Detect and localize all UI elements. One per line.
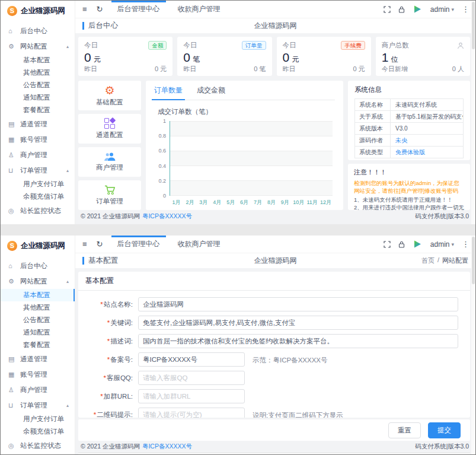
sidebar-item-basic-config[interactable]: 基本配置 — [1, 54, 75, 66]
fullscreen-icon[interactable] — [384, 6, 391, 13]
service-qq-input[interactable] — [138, 371, 245, 385]
chevron-up-icon: ▴ — [66, 279, 69, 284]
avatar[interactable] — [413, 239, 423, 249]
quick-basic-config[interactable]: ⚙ 基础配置 — [78, 81, 141, 110]
sidebar-item-balance-recharge-orders[interactable]: 余额充值订单 — [1, 190, 75, 203]
icp-link[interactable]: 粤ICP备XXXXX号 — [142, 443, 192, 450]
sidebar-item-basic-config[interactable]: 基本配置 — [1, 289, 75, 301]
icp-number-input[interactable] — [138, 352, 245, 367]
edition-link[interactable]: 免费体验版 — [391, 147, 463, 158]
stat-foot-value: 0 人 — [452, 65, 464, 74]
quick-order-management[interactable]: 订单管理 — [78, 180, 141, 210]
sidebar-item-other-config[interactable]: 其他配置 — [1, 301, 75, 314]
fullscreen-icon[interactable] — [384, 241, 391, 248]
avatar[interactable] — [413, 4, 423, 14]
tab-transaction-amount[interactable]: 成交金额 — [197, 85, 225, 100]
author-link[interactable]: 未央 — [391, 135, 463, 146]
sidebar-item-merchant-management[interactable]: ♙商户管理 — [1, 382, 75, 397]
sidebar-item-package-config[interactable]: 套餐配置 — [1, 104, 75, 116]
system-info-panel: 系统信息 系统名称未速码支付系统 关于系统基于tp5.1框架开发的码支付 系统版… — [348, 81, 470, 160]
sidebar-item-notify-config[interactable]: 通知配置 — [1, 91, 75, 104]
sidebar-item-user-pay-orders[interactable]: 用户支付订单 — [1, 413, 75, 425]
main-area: ≡ ↻ 后台管理中心 收款商户管理 — [75, 236, 475, 454]
sidebar-item-announcement-config[interactable]: 公告配置 — [1, 79, 75, 91]
keywords-input[interactable] — [138, 316, 458, 330]
user-menu[interactable]: admin ▾ — [430, 5, 454, 14]
sidebar-item-site-config[interactable]: ⚙网站配置▴ — [1, 273, 75, 289]
main-area: ≡ ↻ 后台管理中心 收款商户管理 — [75, 1, 475, 224]
refresh-icon[interactable]: ↻ — [97, 240, 103, 249]
user-menu[interactable]: admin ▾ — [430, 240, 454, 249]
screenshot-page: S 企业猫源码网 ⌂后台中心⚙网站配置▴基本配置其他配置公告配置通知配置套餐配置… — [0, 0, 476, 455]
sidebar-item-order-management[interactable]: ⊔订单管理▴ — [1, 397, 75, 413]
scrollbar[interactable] — [471, 236, 475, 454]
lock-icon[interactable] — [398, 241, 405, 248]
tab-admin-center[interactable]: 后台管理中心 — [117, 236, 160, 253]
brand-logo[interactable]: S 企业猫源码网 — [1, 1, 75, 21]
reset-button[interactable]: 重置 — [388, 422, 421, 438]
version-label: 码支付系统|版本3.0 — [415, 212, 469, 221]
fee-badge: 手续费 — [341, 41, 365, 50]
group-url-input[interactable] — [138, 389, 245, 403]
quick-merchant-management[interactable]: 商户管理 — [78, 147, 141, 177]
sidebar-item-channel-management[interactable]: ▤通道管理 — [1, 116, 75, 132]
collapse-menu-icon[interactable]: ≡ — [82, 240, 87, 249]
site-name-input[interactable] — [138, 297, 458, 311]
collapse-menu-icon[interactable]: ≡ — [82, 5, 87, 14]
more-icon[interactable]: ⋮ — [462, 240, 469, 249]
sidebar-item-label: 账号管理 — [20, 370, 47, 379]
y-axis-tick: 0.4 — [158, 163, 166, 169]
sidebar-item-admin-center[interactable]: ⌂后台中心 — [1, 258, 75, 273]
scrollbar-thumb[interactable] — [472, 237, 475, 284]
sidebar-item-order-management[interactable]: ⊔订单管理▴ — [1, 163, 75, 178]
x-axis-label: 6月 — [238, 196, 251, 206]
sidebar-item-notify-config[interactable]: 通知配置 — [1, 326, 75, 339]
gear-icon: ⚙ — [8, 43, 20, 50]
sidebar-item-merchant-management[interactable]: ♙商户管理 — [1, 147, 75, 163]
refresh-icon[interactable]: ↻ — [97, 5, 103, 14]
stat-title: 今日 — [283, 41, 296, 50]
sidebar-item-label: 基本配置 — [23, 291, 50, 300]
stat-unit: 位 — [391, 55, 398, 63]
field-label: *描述词: — [88, 334, 133, 345]
breadcrumb-home-link[interactable]: 首页 — [421, 256, 435, 265]
sidebar-item-user-pay-orders[interactable]: 用户支付订单 — [1, 178, 75, 190]
dashboard-grid: ⚙ 基础配置 通道配置 商户管理 订单管理 — [78, 81, 470, 210]
field-hint: 说明:支付页面二维码下方显示 — [253, 408, 343, 418]
icp-link[interactable]: 粤ICP备XXXXX号 — [142, 212, 192, 219]
more-icon[interactable]: ⋮ — [462, 5, 469, 14]
sidebar-item-label: 订单管理 — [20, 401, 47, 410]
sidebar-item-monitor-status[interactable]: ◎站长监控状态 — [1, 438, 75, 453]
quick-channel-config[interactable]: 通道配置 — [78, 114, 141, 144]
sidebar-item-channel-management[interactable]: ▤通道管理 — [1, 351, 75, 367]
top-navbar: ≡ ↻ 后台管理中心 收款商户管理 — [75, 236, 475, 253]
sidebar-item-package-config[interactable]: 套餐配置 — [1, 339, 75, 351]
quick-label: 订单管理 — [96, 197, 123, 206]
submit-button[interactable]: 提交 — [428, 422, 461, 438]
brand-logo[interactable]: S 企业猫源码网 — [1, 236, 75, 256]
sidebar-item-other-config[interactable]: 其他配置 — [1, 66, 75, 79]
sidebar-item-label: 后台中心 — [20, 27, 47, 36]
description-input[interactable] — [138, 334, 458, 348]
tab-admin-center[interactable]: 后台管理中心 — [117, 1, 160, 18]
scrollbar-thumb[interactable] — [472, 2, 475, 49]
sidebar-item-account-management[interactable]: ▦账号管理 — [1, 367, 75, 382]
tab-merchant-management[interactable]: 收款商户管理 — [178, 1, 221, 18]
scrollbar[interactable] — [471, 1, 475, 224]
panel-title: 基本配置 — [78, 272, 470, 291]
sidebar-item-account-management[interactable]: ▦账号管理 — [1, 132, 75, 147]
sidebar-item-announcement-config[interactable]: 公告配置 — [1, 314, 75, 326]
stat-value: 0 — [183, 50, 190, 64]
brand-name: 企业猫源码网 — [21, 6, 65, 16]
sidebar-item-site-config[interactable]: ⚙网站配置▴ — [1, 39, 75, 54]
qrcode-tip-input[interactable] — [138, 408, 245, 418]
lock-icon[interactable] — [398, 6, 405, 13]
tab-order-count[interactable]: 订单数量 — [154, 85, 183, 100]
x-axis-label: 5月 — [224, 196, 238, 206]
sidebar-item-monitor-status[interactable]: ◎站长监控状态 — [1, 203, 75, 218]
sidebar-item-balance-recharge-orders[interactable]: 余额充值订单 — [1, 425, 75, 438]
sidebar-item-label: 公告配置 — [23, 316, 50, 324]
basic-config-panel: 基本配置 *站点名称: *关键词: *描述词: — [78, 272, 470, 418]
sidebar-item-admin-center[interactable]: ⌂后台中心 — [1, 23, 75, 39]
tab-merchant-management[interactable]: 收款商户管理 — [178, 236, 221, 253]
